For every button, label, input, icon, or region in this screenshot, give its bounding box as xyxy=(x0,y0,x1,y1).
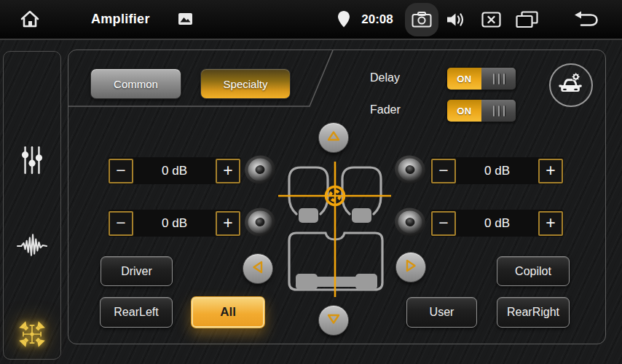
fader-toggle[interactable]: ON xyxy=(446,99,516,122)
camera-icon xyxy=(412,12,432,28)
location-icon xyxy=(338,11,350,28)
front-left-plus-button[interactable]: + xyxy=(216,159,240,183)
waveform-icon xyxy=(17,232,47,262)
gain-row-front-left: − 0 dB + xyxy=(108,157,241,184)
balance-down-button[interactable] xyxy=(318,305,349,336)
equalizer-icon xyxy=(18,145,46,178)
rear-right-minus-button[interactable]: − xyxy=(431,211,456,236)
clock: 20:08 xyxy=(357,0,398,39)
arrow-up-icon xyxy=(325,127,342,148)
speaker-rear-left-icon xyxy=(243,206,277,238)
speaker-rear-right-icon xyxy=(393,206,428,238)
delay-toggle-grip xyxy=(481,68,516,90)
fader-toggle-grip xyxy=(481,100,516,122)
close-app-icon[interactable] xyxy=(481,12,501,28)
gain-row-front-right: − 0 dB + xyxy=(430,157,564,184)
arrow-right-icon xyxy=(402,257,420,277)
status-bar: Amplifier 20:08 xyxy=(0,0,622,40)
car-settings-icon xyxy=(557,70,585,100)
tab-specialty[interactable]: Specialty xyxy=(200,68,291,99)
front-left-minus-button[interactable]: − xyxy=(109,159,133,183)
delay-toggle[interactable]: ON xyxy=(446,67,516,90)
rear-right-gain-value: 0 dB xyxy=(457,216,538,231)
gain-row-rear-left: − 0 dB + xyxy=(108,210,241,237)
preset-driver-button[interactable]: Driver xyxy=(101,256,173,286)
gallery-icon[interactable] xyxy=(178,12,193,25)
preset-all-button[interactable]: All xyxy=(191,296,265,328)
sidebar xyxy=(3,51,61,360)
front-right-gain-value: 0 dB xyxy=(457,164,538,178)
page-title: Amplifier xyxy=(91,0,150,39)
balance-up-button[interactable] xyxy=(318,122,349,153)
balance-left-button[interactable] xyxy=(243,253,273,284)
rear-left-gain-value: 0 dB xyxy=(134,216,215,231)
back-icon[interactable] xyxy=(572,11,599,28)
gain-row-rear-right: − 0 dB + xyxy=(430,210,564,237)
speaker-front-left-icon xyxy=(243,154,277,186)
tab-common[interactable]: Common xyxy=(90,68,181,99)
delay-toggle-on: ON xyxy=(447,68,481,90)
balance-fader-icon xyxy=(16,318,48,353)
front-left-gain-value: 0 dB xyxy=(134,164,215,178)
front-right-minus-button[interactable]: − xyxy=(431,159,456,183)
preset-copilot-button[interactable]: Copilot xyxy=(497,256,570,286)
car-settings-button[interactable] xyxy=(549,63,593,107)
arrow-down-icon xyxy=(325,310,342,331)
arrow-left-icon xyxy=(249,258,267,279)
home-button[interactable] xyxy=(19,9,41,29)
front-right-plus-button[interactable]: + xyxy=(538,159,563,183)
preset-user-button[interactable]: User xyxy=(406,297,477,328)
preset-rearleft-button[interactable]: RearLeft xyxy=(100,297,173,328)
volume-icon[interactable] xyxy=(446,11,465,28)
home-icon xyxy=(19,9,41,29)
fader-label: Fader xyxy=(370,103,414,116)
sidebar-item-effects[interactable] xyxy=(4,232,60,262)
screenshot-button[interactable] xyxy=(405,3,438,36)
preset-rearright-button[interactable]: RearRight xyxy=(497,297,570,328)
sidebar-item-balance[interactable] xyxy=(4,318,60,353)
rear-left-plus-button[interactable]: + xyxy=(216,211,240,236)
delay-label: Delay xyxy=(370,71,414,84)
rear-right-plus-button[interactable]: + xyxy=(538,211,563,236)
sidebar-item-equalizer[interactable] xyxy=(4,145,60,178)
fader-toggle-on: ON xyxy=(447,100,481,122)
rear-left-minus-button[interactable]: − xyxy=(109,211,133,236)
recent-apps-icon[interactable] xyxy=(516,11,538,28)
speaker-front-right-icon xyxy=(393,154,428,186)
balance-right-button[interactable] xyxy=(395,252,426,282)
